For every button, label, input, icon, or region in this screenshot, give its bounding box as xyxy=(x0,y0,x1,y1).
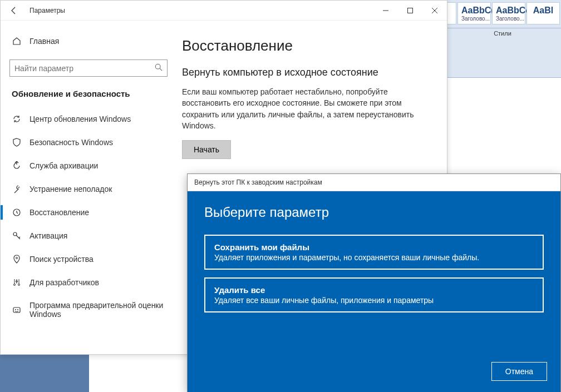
sync-icon xyxy=(12,114,22,124)
nav-windows-update[interactable]: Центр обновления Windows xyxy=(9,107,168,131)
option-keep-files[interactable]: Сохранить мои файлы Удаляет приложения и… xyxy=(204,235,544,270)
title-bar: Параметры xyxy=(1,1,447,21)
maximize-button[interactable] xyxy=(398,1,422,21)
recovery-icon xyxy=(12,207,22,217)
insider-icon xyxy=(12,305,22,315)
window-title: Параметры xyxy=(29,7,65,14)
svg-point-16 xyxy=(15,309,16,310)
home-icon xyxy=(12,36,22,46)
option-desc: Удаляет приложения и параметры, но сохра… xyxy=(214,253,534,262)
search-box[interactable] xyxy=(9,59,168,77)
nav-windows-security[interactable]: Безопасность Windows xyxy=(9,131,168,154)
subsection-title: Вернуть компьютер в исходное состояние xyxy=(182,67,430,78)
dialog-title: Вернуть этот ПК к заводским настройкам xyxy=(188,174,560,191)
background-strip xyxy=(0,350,89,392)
start-button[interactable]: Начать xyxy=(182,140,231,159)
close-button[interactable] xyxy=(422,1,447,21)
option-desc: Удаляет все ваши личные файлы, приложени… xyxy=(214,296,534,305)
option-title: Удалить все xyxy=(214,285,534,295)
svg-point-14 xyxy=(18,284,20,286)
cancel-button[interactable]: Отмена xyxy=(491,362,547,381)
section-header: Обновление и безопасность xyxy=(9,89,168,98)
svg-rect-1 xyxy=(408,8,413,13)
background-word-ribbon: :D( AaBbC( Заголово... AaBbCc Заголово..… xyxy=(444,0,561,78)
nav-recovery[interactable]: Восстановление xyxy=(9,201,168,224)
dialog-heading: Выберите параметр xyxy=(204,205,544,220)
nav-insider[interactable]: Программа предварительной оценки Windows xyxy=(9,294,168,325)
reset-pc-dialog: Вернуть этот ПК к заводским настройкам В… xyxy=(187,173,561,392)
wrench-icon xyxy=(12,184,22,194)
home-label: Главная xyxy=(29,37,59,46)
word-style-item[interactable]: AaBl xyxy=(526,2,560,24)
location-icon xyxy=(12,254,22,264)
home-link[interactable]: Главная xyxy=(9,32,168,51)
svg-point-4 xyxy=(155,64,160,69)
backup-icon xyxy=(12,161,22,171)
body-text: Если ваш компьютер работает нестабильно,… xyxy=(182,86,430,131)
minimize-button[interactable] xyxy=(373,1,398,21)
svg-point-12 xyxy=(14,284,16,286)
svg-line-5 xyxy=(160,68,162,71)
option-title: Сохранить мои файлы xyxy=(214,242,534,252)
svg-point-17 xyxy=(17,309,18,310)
svg-point-8 xyxy=(16,257,18,259)
word-styles-group-label: Стили xyxy=(444,28,561,38)
nav-find-device[interactable]: Поиск устройства xyxy=(9,247,168,271)
word-style-item[interactable]: AaBbCc Заголово... xyxy=(492,2,525,24)
developer-icon xyxy=(12,277,22,287)
page-title: Восстановление xyxy=(182,37,430,54)
nav-troubleshoot[interactable]: Устранение неполадок xyxy=(9,177,168,201)
key-icon xyxy=(12,231,22,241)
search-icon xyxy=(155,63,163,73)
nav-activation[interactable]: Активация xyxy=(9,224,168,247)
back-button[interactable] xyxy=(5,2,23,19)
nav-developers[interactable]: Для разработчиков xyxy=(9,271,168,294)
nav-backup[interactable]: Служба архивации xyxy=(9,154,168,177)
option-remove-all[interactable]: Удалить все Удаляет все ваши личные файл… xyxy=(204,277,544,312)
shield-icon xyxy=(12,137,22,147)
settings-sidebar: Главная Обновление и безопасность Центр … xyxy=(1,21,176,354)
word-style-item[interactable]: AaBbC( Заголово... xyxy=(457,2,491,24)
search-input[interactable] xyxy=(14,64,155,73)
